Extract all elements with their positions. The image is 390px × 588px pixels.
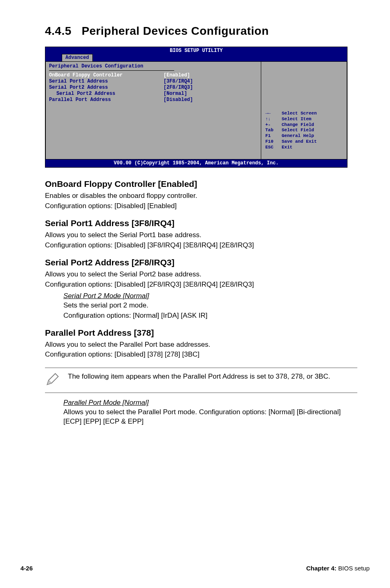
sub-section: Serial Port 2 Mode [Normal] Sets the ser… <box>45 292 357 321</box>
bios-help-desc: Exit <box>282 145 292 150</box>
bios-help-row: ESCExit <box>265 145 317 150</box>
body-text: Configuration options: [Disabled] [378] … <box>45 350 357 359</box>
bios-header: BIOS SETUP UTILITY <box>45 47 347 54</box>
bios-right-panel: →←Select Screen ↑↓Select Item +-Change F… <box>261 61 347 159</box>
heading-onboard-floppy: OnBoard Floppy Controller [Enabled] <box>45 179 357 189</box>
chapter-bold: Chapter 4: <box>306 565 336 572</box>
bios-option-row: Serial Port2 Address [Normal] <box>49 91 258 97</box>
bios-option-label: Serial Port2 Address <box>49 91 164 97</box>
bios-option-row: Serial Port1 Address [3F8/IRQ4] <box>49 79 258 85</box>
bios-help-desc: Change Field <box>282 122 314 128</box>
note-box: The following item appears when the Para… <box>45 368 357 393</box>
bios-option-label: Serial Port1 Address <box>49 79 164 85</box>
body-text: Configuration options: [Normal] [IrDA] [… <box>63 311 357 321</box>
body-text: Allows you to select the Serial Port1 ba… <box>45 231 357 240</box>
chapter-rest: BIOS setup <box>336 565 370 572</box>
section-name: Peripheral Devices Configuration <box>82 25 269 37</box>
bios-help-row: +-Change Field <box>265 122 317 128</box>
heading-parallel-port: Parallel Port Address [378] <box>45 328 357 338</box>
heading-serial-port2: Serial Port2 Address [2F8/IRQ3] <box>45 258 357 267</box>
body-text: Configuration options: [Disabled] [3F8/I… <box>45 241 357 250</box>
bios-separator <box>49 70 174 71</box>
bios-screenshot: BIOS SETUP UTILITY Advanced Peripheral D… <box>45 47 347 168</box>
bios-help-desc: General Help <box>282 133 314 139</box>
bios-option-label: OnBoard Floppy Controller <box>49 72 164 79</box>
bios-help-key: →← <box>265 111 282 117</box>
sub-heading-parallel-mode: Parallel Port Mode [Normal] <box>63 399 357 407</box>
bios-help-key: Tab <box>265 128 282 133</box>
section-title: 4.4.5 Peripheral Devices Configuration <box>20 25 370 38</box>
sub-heading-serial2-mode: Serial Port 2 Mode [Normal] <box>63 292 357 300</box>
bios-help-row: F1General Help <box>265 133 317 139</box>
bios-help-key: ↑↓ <box>265 117 282 122</box>
body-text: Allows you to select the Parallel Port b… <box>45 340 357 350</box>
heading-serial-port1: Serial Port1 Address [3F8/IRQ4] <box>45 218 357 228</box>
bios-option-row: Serial Port2 Address [2F8/IRQ3] <box>49 85 258 91</box>
bios-option-value: [Normal] <box>164 91 187 97</box>
bios-help-desc: Select Screen <box>282 111 317 117</box>
bios-option-value: [Disabled] <box>164 97 193 103</box>
bios-tab-bar: Advanced <box>45 54 347 61</box>
page-number: 4-26 <box>20 565 33 572</box>
bios-option-label: Parallel Port Address <box>49 97 164 103</box>
bios-option-value: [Enabled] <box>164 72 190 79</box>
body-text: Enables or disables the onboard floppy c… <box>45 191 357 201</box>
chapter-label: Chapter 4: BIOS setup <box>306 565 370 572</box>
bios-help-key: ESC <box>265 145 282 150</box>
note-text: The following item appears when the Para… <box>68 372 357 382</box>
bios-help-key: F1 <box>265 133 282 139</box>
bios-tab-advanced: Advanced <box>62 54 93 61</box>
bios-help-row: F10Save and Exit <box>265 139 317 145</box>
note-pencil-icon <box>45 372 60 388</box>
section-number: 4.4.5 <box>45 25 72 37</box>
bios-option-label: Serial Port2 Address <box>49 85 164 91</box>
sub-section: Parallel Port Mode [Normal] Allows you t… <box>45 399 357 426</box>
body-text: Sets the serial port 2 mode. <box>63 301 357 310</box>
bios-option-row: Parallel Port Address [Disabled] <box>49 97 258 103</box>
bios-option-value: [3F8/IRQ4] <box>164 79 193 85</box>
bios-help-key: +- <box>265 122 282 128</box>
bios-help-row: →←Select Screen <box>265 111 317 117</box>
bios-help-desc: Select Field <box>282 128 314 133</box>
bios-help-row: ↑↓Select Item <box>265 117 317 122</box>
bios-help-desc: Select Item <box>282 117 312 122</box>
bios-help-row: TabSelect Field <box>265 128 317 133</box>
bios-help-key: F10 <box>265 139 282 145</box>
body-text: Allows you to select the Serial Port2 ba… <box>45 270 357 279</box>
content-area: OnBoard Floppy Controller [Enabled] Enab… <box>20 179 370 426</box>
body-text: Allows you to select the Parallel Port m… <box>63 408 357 426</box>
bios-footer: V00.00 (C)Copyright 1985-2004, American … <box>45 159 347 167</box>
bios-help-block: →←Select Screen ↑↓Select Item +-Change F… <box>265 111 317 150</box>
bios-option-value: [2F8/IRQ3] <box>164 85 193 91</box>
bios-left-panel: Peripheral Devices Configuration OnBoard… <box>45 61 261 159</box>
bios-help-desc: Save and Exit <box>282 139 317 145</box>
body-text: Configuration options: [Disabled] [Enabl… <box>45 202 357 211</box>
bios-option-row: OnBoard Floppy Controller [Enabled] <box>49 72 258 79</box>
bios-panel-title: Peripheral Devices Configuration <box>49 63 258 70</box>
page-footer: 4-26 Chapter 4: BIOS setup <box>20 565 370 572</box>
body-text: Configuration options: [Disabled] [2F8/I… <box>45 280 357 290</box>
